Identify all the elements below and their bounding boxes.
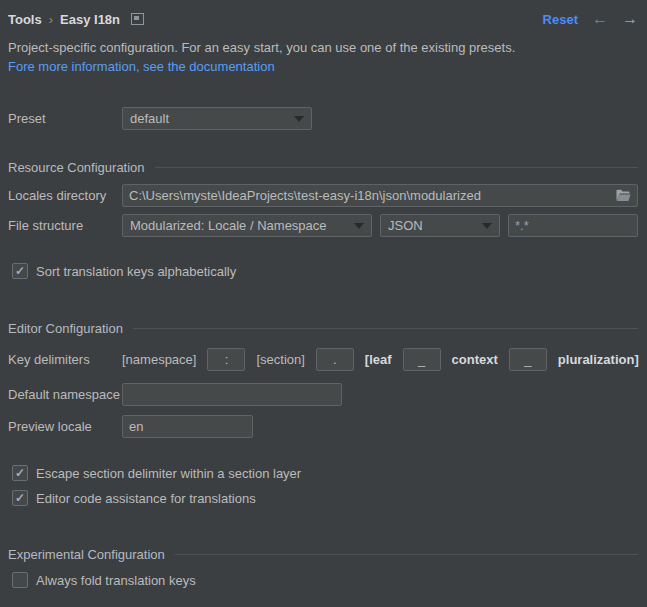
section-divider (175, 554, 638, 555)
sort-keys-checkbox[interactable] (12, 263, 28, 279)
resource-configuration-section: Resource Configuration (8, 160, 638, 175)
fold-keys-checkbox[interactable] (12, 572, 28, 588)
file-structure-select-value: Modularized: Locale / Namespace (130, 218, 327, 233)
back-arrow-icon[interactable]: ← (592, 11, 608, 27)
file-structure-row: File structure Modularized: Locale / Nam… (8, 214, 638, 237)
preset-select-value: default (130, 111, 169, 126)
default-namespace-input[interactable] (122, 383, 342, 406)
code-assistance-checkbox[interactable] (12, 490, 28, 506)
preview-locale-input[interactable] (122, 415, 253, 438)
chevron-down-icon (482, 223, 492, 229)
section-token-label: [section] (256, 352, 304, 367)
header-actions: Reset ← → (543, 11, 638, 27)
locales-directory-input[interactable] (129, 185, 610, 206)
namespace-token-label: [namespace] (122, 352, 196, 367)
forward-arrow-icon[interactable]: → (622, 11, 638, 27)
documentation-link[interactable]: Fore more information, see the documenta… (8, 59, 638, 76)
sort-keys-checkbox-row: Sort translation keys alphabetically (12, 262, 638, 280)
code-assistance-checkbox-label: Editor code assistance for translations (36, 491, 256, 506)
leaf-delimiter-input[interactable] (403, 348, 441, 371)
section-divider (133, 328, 638, 329)
breadcrumb: Tools › Easy I18n (8, 12, 144, 27)
breadcrumb-tools[interactable]: Tools (8, 12, 42, 27)
key-delimiters-controls: [namespace] [section] [leaf context plur… (122, 348, 639, 371)
chevron-down-icon (354, 223, 364, 229)
key-delimiters-label: Key delimiters (8, 352, 122, 367)
editor-configuration-title: Editor Configuration (8, 321, 123, 336)
resource-configuration-title: Resource Configuration (8, 160, 145, 175)
folder-open-icon[interactable] (616, 189, 631, 202)
preset-select[interactable]: default (122, 107, 312, 130)
key-delimiters-row: Key delimiters [namespace] [section] [le… (8, 348, 638, 371)
default-namespace-row: Default namespace (8, 383, 638, 406)
namespace-delimiter-input[interactable] (207, 348, 245, 371)
chevron-down-icon (294, 116, 304, 122)
file-format-select-value: JSON (388, 218, 423, 233)
file-structure-label: File structure (8, 218, 122, 233)
fold-keys-checkbox-label: Always fold translation keys (36, 573, 196, 588)
context-token-label: context (452, 352, 498, 367)
file-structure-select[interactable]: Modularized: Locale / Namespace (122, 214, 372, 237)
preview-locale-label: Preview locale (8, 419, 122, 434)
default-namespace-label: Default namespace (8, 387, 122, 402)
section-divider (155, 167, 638, 168)
chevron-right-icon: › (49, 12, 53, 27)
settings-panel: Tools › Easy I18n Reset ← → Project-spec… (0, 0, 647, 589)
escape-section-checkbox[interactable] (12, 465, 28, 481)
experimental-configuration-section: Experimental Configuration (8, 547, 638, 562)
sort-keys-checkbox-label: Sort translation keys alphabetically (36, 264, 236, 279)
file-pattern-input[interactable] (508, 214, 638, 237)
project-level-settings-icon (131, 13, 144, 25)
locales-directory-row: Locales directory (8, 184, 638, 207)
breadcrumb-easy-i18n[interactable]: Easy I18n (60, 12, 120, 27)
reset-button[interactable]: Reset (543, 12, 578, 27)
description-text: Project-specific configuration. For an e… (8, 40, 638, 57)
experimental-configuration-title: Experimental Configuration (8, 547, 165, 562)
preset-label: Preset (8, 111, 122, 126)
escape-section-checkbox-label: Escape section delimiter within a sectio… (36, 466, 301, 481)
editor-configuration-section: Editor Configuration (8, 321, 638, 336)
leaf-token-label: [leaf (365, 352, 392, 367)
fold-keys-checkbox-row: Always fold translation keys (12, 571, 638, 589)
locales-directory-field-wrap (122, 184, 638, 207)
preset-row: Preset default (8, 107, 638, 130)
settings-header: Tools › Easy I18n Reset ← → (8, 0, 638, 29)
file-format-select[interactable]: JSON (380, 214, 500, 237)
locales-directory-label: Locales directory (8, 188, 122, 203)
context-delimiter-input[interactable] (509, 348, 547, 371)
escape-section-checkbox-row: Escape section delimiter within a sectio… (12, 464, 638, 482)
section-delimiter-input[interactable] (316, 348, 354, 371)
pluralization-token-label: pluralization] (558, 352, 639, 367)
code-assistance-checkbox-row: Editor code assistance for translations (12, 489, 638, 507)
preview-locale-row: Preview locale (8, 415, 638, 438)
